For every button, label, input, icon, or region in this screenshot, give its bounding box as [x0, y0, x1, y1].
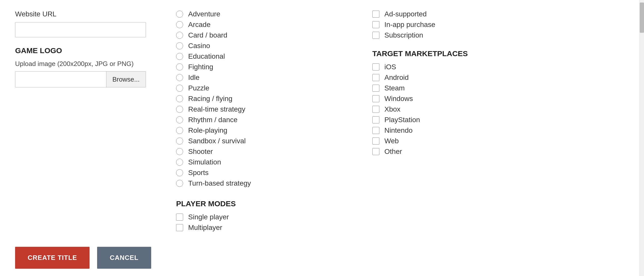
- marketplace-checkbox-ios[interactable]: [372, 63, 379, 71]
- marketplace-item[interactable]: Other: [372, 148, 629, 156]
- genre-item[interactable]: Role-playing: [176, 126, 347, 134]
- genre-item[interactable]: Turn-based strategy: [176, 179, 347, 187]
- genre-radio-educational[interactable]: [176, 53, 183, 60]
- genre-radio-fighting[interactable]: [176, 63, 183, 71]
- genre-label: Role-playing: [188, 126, 227, 134]
- file-text-input[interactable]: [15, 72, 106, 87]
- marketplace-item[interactable]: Android: [372, 74, 629, 82]
- marketplace-item[interactable]: Web: [372, 137, 629, 145]
- marketplace-checkbox-xbox[interactable]: [372, 106, 379, 113]
- scrollbar-thumb[interactable]: [640, 3, 644, 33]
- monetization-label: In-app purchase: [384, 21, 435, 29]
- genre-item[interactable]: Card / board: [176, 31, 347, 39]
- monetization-group: Ad-supportedIn-app purchaseSubscription: [372, 10, 629, 39]
- genre-radio-casino[interactable]: [176, 42, 183, 49]
- marketplace-item[interactable]: Xbox: [372, 105, 629, 113]
- genre-radio-racing-flying[interactable]: [176, 95, 183, 102]
- genre-radio-real-time-strategy[interactable]: [176, 106, 183, 113]
- genre-label: Adventure: [188, 10, 220, 18]
- marketplace-label: Other: [384, 148, 402, 156]
- marketplace-item[interactable]: Nintendo: [372, 126, 629, 134]
- main-content: Website URL GAME LOGO Upload image (200x…: [15, 10, 629, 232]
- genre-item[interactable]: Educational: [176, 52, 347, 60]
- genre-radio-card-board[interactable]: [176, 32, 183, 39]
- create-title-button[interactable]: CREATE TITLE: [15, 247, 90, 269]
- marketplace-item[interactable]: Windows: [372, 95, 629, 103]
- genre-label: Real-time strategy: [188, 105, 245, 113]
- marketplace-label: Nintendo: [384, 126, 413, 134]
- genre-item[interactable]: Sports: [176, 169, 347, 177]
- player-mode-item[interactable]: Multiplayer: [176, 224, 347, 232]
- monetization-item[interactable]: In-app purchase: [372, 21, 629, 29]
- genre-item[interactable]: Shooter: [176, 148, 347, 156]
- genre-item[interactable]: Adventure: [176, 10, 347, 18]
- player-mode-label: Single player: [188, 213, 229, 221]
- genre-radio-adventure[interactable]: [176, 11, 183, 18]
- genre-radio-simulation[interactable]: [176, 159, 183, 166]
- player-mode-checkbox-multiplayer[interactable]: [176, 224, 183, 231]
- marketplace-checkbox-android[interactable]: [372, 74, 379, 81]
- player-modes-group: Single playerMultiplayer: [176, 213, 347, 232]
- cancel-button[interactable]: CANCEL: [97, 247, 151, 269]
- monetization-checkbox-in-app-purchase[interactable]: [372, 21, 379, 28]
- genre-radio-arcade[interactable]: [176, 21, 183, 28]
- marketplace-item[interactable]: PlayStation: [372, 116, 629, 124]
- player-mode-checkbox-single-player[interactable]: [176, 214, 183, 221]
- marketplace-label: Android: [384, 74, 409, 82]
- genre-item[interactable]: Puzzle: [176, 84, 347, 92]
- genre-label: Educational: [188, 52, 225, 60]
- player-mode-item[interactable]: Single player: [176, 213, 347, 221]
- monetization-item[interactable]: Subscription: [372, 31, 629, 39]
- marketplace-checkbox-steam[interactable]: [372, 85, 379, 92]
- genre-item[interactable]: Casino: [176, 42, 347, 50]
- genre-item[interactable]: Arcade: [176, 21, 347, 29]
- target-section: TARGET MARKETPLACES iOSAndroidSteamWindo…: [372, 49, 629, 156]
- genre-item[interactable]: Sandbox / survival: [176, 137, 347, 145]
- genre-radio-idle[interactable]: [176, 74, 183, 81]
- marketplace-checkbox-other[interactable]: [372, 148, 379, 155]
- marketplace-checkbox-windows[interactable]: [372, 95, 379, 102]
- genre-radio-sandbox-survival[interactable]: [176, 137, 183, 145]
- browse-button[interactable]: Browse...: [106, 72, 146, 87]
- genre-radio-puzzle[interactable]: [176, 85, 183, 92]
- marketplace-checkbox-web[interactable]: [372, 137, 379, 145]
- marketplace-label: PlayStation: [384, 116, 420, 124]
- genre-radio-turn-based-strategy[interactable]: [176, 180, 183, 187]
- monetization-label: Ad-supported: [384, 10, 427, 18]
- marketplace-label: Windows: [384, 95, 413, 103]
- genre-item[interactable]: Racing / flying: [176, 95, 347, 103]
- genre-radio-shooter[interactable]: [176, 148, 183, 155]
- genre-label: Idle: [188, 74, 199, 82]
- genre-label: Sports: [188, 169, 209, 177]
- website-url-label: Website URL: [15, 10, 156, 18]
- genres-group: AdventureArcadeCard / boardCasinoEducati…: [176, 10, 347, 187]
- player-modes-title: PLAYER MODES: [176, 199, 347, 208]
- genre-item[interactable]: Rhythm / dance: [176, 116, 347, 124]
- marketplace-label: iOS: [384, 63, 396, 71]
- marketplace-item[interactable]: iOS: [372, 63, 629, 71]
- marketplace-label: Steam: [384, 84, 405, 92]
- right-column: Ad-supportedIn-app purchaseSubscription …: [357, 10, 629, 232]
- monetization-item[interactable]: Ad-supported: [372, 10, 629, 18]
- game-logo-title: GAME LOGO: [15, 46, 156, 55]
- genre-item[interactable]: Idle: [176, 74, 347, 82]
- player-mode-label: Multiplayer: [188, 224, 222, 232]
- file-input-row[interactable]: Browse...: [15, 71, 146, 87]
- genre-label: Casino: [188, 42, 210, 50]
- genre-label: Racing / flying: [188, 95, 232, 103]
- marketplace-checkbox-nintendo[interactable]: [372, 127, 379, 134]
- genre-item[interactable]: Fighting: [176, 63, 347, 71]
- marketplace-item[interactable]: Steam: [372, 84, 629, 92]
- genre-label: Puzzle: [188, 84, 209, 92]
- monetization-checkbox-subscription[interactable]: [372, 32, 379, 39]
- genre-radio-rhythm-dance[interactable]: [176, 116, 183, 123]
- website-url-input[interactable]: [15, 22, 146, 37]
- scrollbar-track[interactable]: [639, 0, 644, 276]
- button-row: CREATE TITLE CANCEL: [15, 247, 629, 269]
- monetization-checkbox-ad-supported[interactable]: [372, 11, 379, 18]
- genre-radio-role-playing[interactable]: [176, 127, 183, 134]
- genre-radio-sports[interactable]: [176, 169, 183, 176]
- genre-item[interactable]: Simulation: [176, 158, 347, 166]
- genre-item[interactable]: Real-time strategy: [176, 105, 347, 113]
- marketplace-checkbox-playstation[interactable]: [372, 116, 379, 123]
